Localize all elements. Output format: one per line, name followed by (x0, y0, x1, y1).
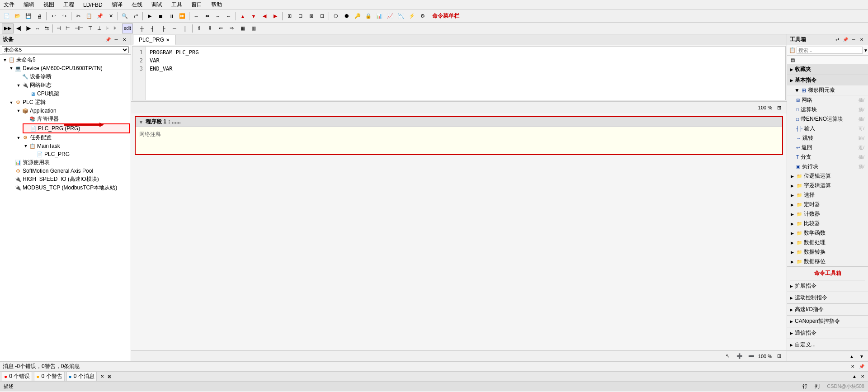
tree-item-resource[interactable]: ▶ 📊 资源使用表 (1, 158, 130, 167)
toolbox-ladder-elements-header[interactable]: ▼ ⊞ 梯形图元素 (787, 85, 868, 95)
toolbox-item-branch[interactable]: T 分支 插/ (787, 152, 868, 162)
toolbar-b24[interactable]: ⚡ (407, 11, 417, 21)
toolbox-comm[interactable]: ▶ 通信指令 (787, 327, 868, 339)
toolbar-b1[interactable]: ▶ (145, 11, 155, 21)
toolbox-favorites-header[interactable]: ▶ 收藏夹 (787, 64, 868, 75)
menu-tools[interactable]: 工具 (170, 0, 184, 9)
toolbox-minimize[interactable]: ─ (850, 36, 857, 43)
toolbox-counter[interactable]: ▶ 📁 计数器 (787, 209, 868, 219)
tree-item-maintask[interactable]: ▼ 📋 MainTask (1, 142, 130, 150)
menu-file[interactable]: 文件 (2, 0, 16, 9)
toolbox-expand-instructions[interactable]: ▶ 扩展指令 (787, 280, 868, 292)
zoom-out[interactable]: ➖ (746, 351, 756, 361)
toolbox-custom[interactable]: ▶ 自定义... (787, 339, 868, 351)
tree-item-plc[interactable]: ▼ ⚙ PLC 逻辑 (1, 98, 130, 107)
tree-item-root[interactable]: ▼ 📋 未命名5 (1, 56, 130, 64)
toolbar-b13[interactable]: ⊞ (284, 11, 294, 21)
tree-item-device[interactable]: ▼ 💻 Device (AM600-CPU1608TP/TN) (1, 64, 130, 72)
toolbar-replace[interactable]: ⇄ (131, 11, 141, 21)
toolbar-save[interactable]: 💾 (24, 11, 33, 21)
bottom-up-btn[interactable]: ▲ (851, 373, 858, 380)
toolbar-redo[interactable]: ↪ (59, 11, 69, 21)
tree-item-cpu[interactable]: ▶ 🖥 CPU机架 (1, 90, 130, 98)
tree-item-libman[interactable]: ▶ 📚 库管理器 (1, 115, 130, 123)
toolbox-search-btn[interactable]: ▼ (863, 47, 868, 54)
toolbox-item-en-eno[interactable]: □ 带EN/ENO运算块 插/ (787, 114, 868, 124)
toolbox-collapse-all[interactable]: ▤ (789, 56, 796, 63)
clear-all-messages[interactable]: ⊠ (106, 373, 113, 380)
tb2-btn2[interactable]: ◀| (14, 24, 23, 33)
toolbar-new[interactable]: 📄 (2, 11, 12, 21)
toolbar-b6[interactable]: ⇔ (202, 11, 212, 21)
toolbox-canopen[interactable]: ▶ CANopen轴控指令 (787, 316, 868, 327)
toolbar-b4[interactable]: ⏩ (177, 11, 187, 21)
panel-pin[interactable]: 📌 (104, 36, 112, 43)
toolbar-b9[interactable]: ▲ (238, 11, 248, 21)
toolbox-datashift[interactable]: ▶ 📁 数据移位 (787, 257, 868, 266)
toolbar-b22[interactable]: 📈 (385, 11, 395, 21)
tree-item-plcprg2[interactable]: ▶ 📄 PLC_PRG (1, 150, 130, 158)
toolbox-item-opblock[interactable]: □ 运算块 插/ (787, 105, 868, 114)
tb2-btn9[interactable]: ⊤ (86, 24, 94, 33)
tree-item-highspeed[interactable]: ▶ 🔌 HIGH_SPEED_IO (高速IO模块) (1, 175, 130, 184)
menu-ldfbd[interactable]: LD/FBD (81, 1, 104, 9)
toolbox-search-input[interactable] (797, 47, 863, 54)
toolbar-paste[interactable]: 📌 (95, 11, 105, 21)
toolbar-cut[interactable]: ✂ (73, 11, 83, 21)
menu-compile[interactable]: 编译 (110, 0, 124, 9)
toolbar-copy[interactable]: 📋 (84, 11, 94, 21)
toggle-app[interactable]: ▼ (15, 108, 22, 114)
toggle-device[interactable]: ▼ (8, 65, 14, 71)
tb2-btn4[interactable]: ↔ (33, 24, 42, 33)
tb2-btn5[interactable]: ⇆ (43, 24, 51, 33)
network-collapse-btn[interactable]: ▼ (138, 119, 144, 125)
toolbar-b8[interactable]: ← (224, 11, 234, 21)
toolbox-bitlogic[interactable]: ▶ 📁 位逻辑运算 (787, 171, 868, 181)
toolbar-b16[interactable]: ⊡ (317, 11, 327, 21)
toolbar-b7[interactable]: → (213, 11, 223, 21)
toggle-maintask[interactable]: ▼ (23, 143, 29, 149)
tab-plcprg-close[interactable]: ✕ (166, 38, 170, 43)
toolbar-b15[interactable]: ⊠ (306, 11, 316, 21)
zoom-in[interactable]: ➕ (735, 351, 745, 361)
tb2-btn14[interactable]: ┤ (148, 24, 158, 33)
tb2-btn22[interactable]: ▦ (238, 24, 248, 33)
toolbox-item-network[interactable]: ⊞ 网络 插/ (787, 95, 868, 105)
toolbar-open[interactable]: 📂 (13, 11, 23, 21)
toolbox-item-jump[interactable]: → 跳转 跳/ (787, 133, 868, 143)
zoom-fit[interactable]: ⊞ (774, 103, 784, 113)
tb2-btn20[interactable]: ⇐ (216, 24, 226, 33)
tb2-btn18[interactable]: ⇑ (194, 24, 204, 33)
menu-view[interactable]: 视图 (42, 0, 56, 9)
tb2-btn8[interactable]: ⊣⊢ (73, 24, 85, 33)
panel-minimize[interactable]: ─ (113, 36, 120, 43)
menu-debug[interactable]: 调试 (150, 0, 164, 9)
tree-item-modbus[interactable]: ▶ 🔌 MODBUS_TCP (ModbusTCP本地从站) (1, 184, 130, 192)
toggle-taskcfg[interactable]: ▼ (15, 135, 22, 141)
toolbox-item-input[interactable]: ┤├ 输入 可/ (787, 124, 868, 133)
tb2-btn21[interactable]: ⇒ (227, 24, 237, 33)
tb2-btn12[interactable]: ⊧ (112, 24, 118, 33)
toolbar-b3[interactable]: ⏸ (166, 11, 176, 21)
tb2-btn15[interactable]: ├ (159, 24, 169, 33)
menu-edit[interactable]: 编辑 (22, 0, 36, 9)
toolbox-dataconv[interactable]: ▶ 📁 数据转换 (787, 247, 868, 257)
toolbar-b25[interactable]: ⚙ (418, 11, 428, 21)
toolbox-pin[interactable]: 📌 (842, 36, 849, 43)
toolbar-b20[interactable]: 🔒 (363, 11, 373, 21)
toolbox-timer[interactable]: ▶ 📁 定时器 (787, 200, 868, 209)
tb2-btn16[interactable]: ─ (170, 24, 179, 33)
menu-help[interactable]: 帮助 (209, 0, 224, 9)
menu-window[interactable]: 窗口 (189, 0, 204, 9)
ladder-zoom-fit[interactable]: ⊞ (774, 351, 784, 361)
toolbox-mathfunc[interactable]: ▶ 📁 数学函数 (787, 228, 868, 238)
tb2-btn10[interactable]: ⊥ (95, 24, 104, 33)
toolbox-expand-btn[interactable]: ⇄ (834, 36, 841, 43)
toolbox-comparator[interactable]: ▶ 📁 比较器 (787, 219, 868, 228)
toggle-network[interactable]: ▼ (15, 82, 22, 89)
toolbox-highspeed-io[interactable]: ▶ 高速I/O指令 (787, 304, 868, 316)
toolbar-delete[interactable]: ✕ (106, 11, 116, 21)
clear-messages[interactable]: ✕ (99, 373, 106, 380)
tb2-btn11[interactable]: ⊦ (104, 24, 111, 33)
toolbar-b5[interactable]: ↔ (191, 11, 201, 21)
